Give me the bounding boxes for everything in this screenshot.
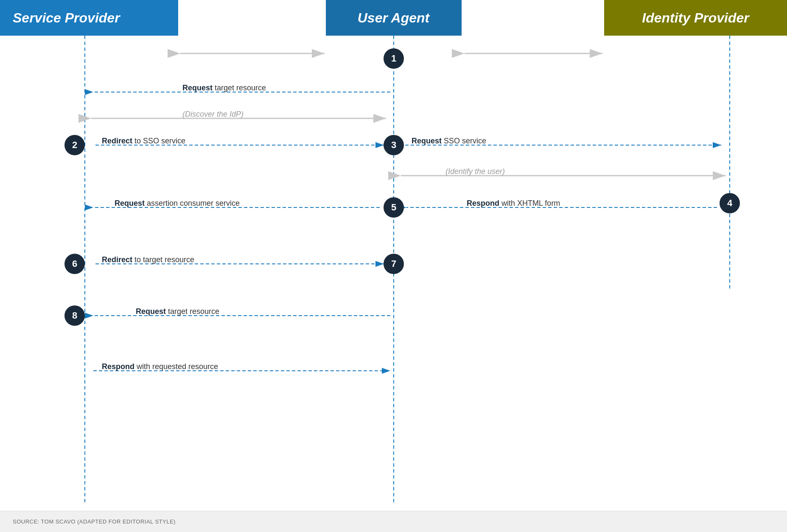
circle-1: 1 [384,48,404,69]
ua-title: User Agent [358,10,430,26]
label-arrow1: Request target resource [182,84,266,92]
footer-text: SOURCE: TOM SCAVO (Adapted for editorial… [13,518,176,525]
circle-2: 2 [64,135,85,155]
label-arrow3: Request SSO service [412,137,486,146]
footer: SOURCE: TOM SCAVO (Adapted for editorial… [0,511,787,532]
label-arrow8: Respond with requested resource [102,362,218,371]
circle-4: 4 [720,193,740,213]
circle-7: 7 [384,254,404,274]
circle-8: 8 [64,305,85,326]
circle-5: 5 [384,197,404,218]
label-arrow7: Request target resource [136,307,219,316]
label-arrow5: Request assertion consumer service [115,199,240,208]
idp-header: Identity Provider [604,0,787,36]
label-identify: (Identify the user) [445,167,505,176]
label-arrow2: Redirect to SSO service [102,137,185,146]
circle-6: 6 [64,254,85,274]
circle-3: 3 [384,135,404,155]
sp-title: Service Provider [13,10,120,26]
sp-header: Service Provider [0,0,178,36]
ua-header: User Agent [326,0,462,36]
idp-title: Identity Provider [642,10,749,26]
header: Service Provider User Agent Identity Pro… [0,0,787,36]
label-arrow4: Respond with XHTML form [467,199,560,208]
label-discover: (Discover the IdP) [182,110,244,119]
diagram: 1 Request target resource (Discover the … [0,36,787,511]
label-arrow6: Redirect to target resource [102,255,194,264]
